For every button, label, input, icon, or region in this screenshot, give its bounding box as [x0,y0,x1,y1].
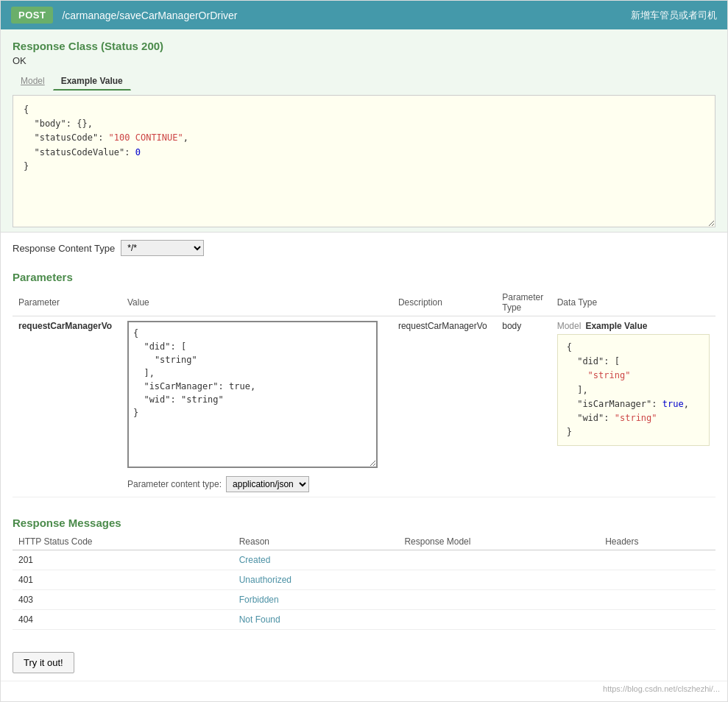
table-row: 404 Not Found [13,610,715,630]
try-it-out-button[interactable]: Try it out! [13,652,74,673]
header-path: /carmanage/saveCarManagerOrDriver [62,10,237,21]
status-code-401: 401 [13,570,233,590]
headers-403 [599,590,715,610]
col-description: Description [392,289,496,316]
response-class-title: Response Class (Status 200) [13,40,715,52]
table-row: 403 Forbidden [13,590,715,610]
param-name: requestCarManagerVo [18,321,112,331]
response-json-box: { "body": {}, "statusCode": "100 CONTINU… [13,95,715,227]
table-row: 401 Unauthorized [13,570,715,590]
rm-col-status: HTTP Status Code [13,533,233,550]
headers-404 [599,610,715,630]
content-type-label: Parameter content type: [127,479,222,489]
reason-unauthorized: Unauthorized [233,570,399,590]
status-code-403: 403 [13,590,233,610]
col-data-type: Data Type [551,289,715,316]
col-parameter: Parameter [13,289,121,316]
col-param-type: ParameterType [496,289,551,316]
table-row: 201 Created [13,550,715,570]
parameters-table: Parameter Value Description ParameterTyp… [13,289,715,497]
rm-col-headers: Headers [599,533,715,550]
response-class-section: Response Class (Status 200) OK Model Exa… [1,29,727,263]
param-type-cell: body [496,316,551,497]
dt-tab-example[interactable]: Example Value [585,321,647,331]
headers-401 [599,570,715,590]
rct-select[interactable]: */* application/json text/plain [121,240,204,256]
try-btn-row: Try it out! [1,642,727,681]
param-value-textarea[interactable]: { "did": [ "string" ], "isCarManager": t… [127,321,378,468]
reason-forbidden: Forbidden [233,590,399,610]
data-type-example-box: { "did": [ "string" ], "isCarManager": t… [557,334,710,446]
rm-col-reason: Reason [233,533,399,550]
footer-bar: https://blog.csdn.net/clszhezhi/... [1,681,727,696]
rct-label: Response Content Type [13,243,115,254]
response-messages-table: HTTP Status Code Reason Response Model H… [13,533,715,630]
response-messages-section: Response Messages HTTP Status Code Reaso… [1,509,727,642]
response-content-type-row: Response Content Type */* application/js… [1,232,727,263]
header-description: 新增车管员或者司机 [631,9,717,22]
table-row: requestCarManagerVo { "did": [ "string" … [13,316,715,497]
reason-created: Created [233,550,399,570]
param-content-select[interactable]: application/json text/plain [226,476,309,492]
footer-text: https://blog.csdn.net/clszhezhi/... [603,684,720,693]
param-content-type-row: Parameter content type: application/json… [127,476,386,492]
model-201 [398,550,599,570]
model-403 [398,590,599,610]
status-code-201: 201 [13,550,233,570]
header-bar: POST /carmanage/saveCarManagerOrDriver 新… [1,1,727,29]
response-messages-title: Response Messages [13,509,715,533]
parameters-section: Parameters Parameter Value Description P… [1,263,727,509]
data-type-tabs: Model Example Value [557,321,710,331]
col-value: Value [121,289,392,316]
parameters-title: Parameters [13,263,715,289]
page-wrapper: POST /carmanage/saveCarManagerOrDriver 新… [0,0,728,702]
headers-201 [599,550,715,570]
reason-notfound: Not Found [233,610,399,630]
param-description: requestCarManagerVo [392,316,496,497]
model-404 [398,610,599,630]
tab-example-value[interactable]: Example Value [53,72,131,91]
tab-model[interactable]: Model [13,72,53,91]
header-left: POST /carmanage/saveCarManagerOrDriver [11,7,238,24]
response-status-ok: OK [13,55,715,66]
model-401 [398,570,599,590]
dt-tab-model[interactable]: Model [557,321,582,331]
rm-col-model: Response Model [398,533,599,550]
method-badge: POST [11,7,53,24]
param-data-type-cell: Model Example Value { "did": [ "string" … [551,316,715,497]
response-tabs: Model Example Value [13,72,715,91]
status-code-404: 404 [13,610,233,630]
